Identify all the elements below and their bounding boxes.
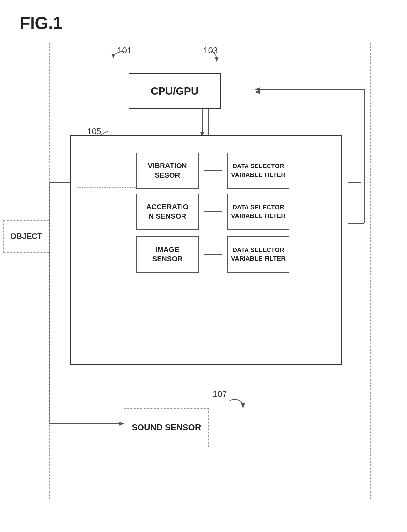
figure-label: FIG.1 (20, 13, 62, 33)
image-filter-label: DATA SELECTORVARIABLE FILTER (231, 246, 286, 263)
image-row: IMAGESENSOR DATA SELECTORVARIABLE FILTER (136, 236, 289, 273)
image-filter-box: DATA SELECTORVARIABLE FILTER (227, 236, 289, 273)
acceration-arrow (204, 211, 222, 212)
acceration-dashed-sub (77, 187, 136, 228)
image-dashed-sub (77, 230, 136, 271)
vibration-filter-box: DATA SELECTORVARIABLE FILTER (227, 153, 289, 189)
vibration-row: VIBRATIONSESOR DATA SELECTORVARIABLE FIL… (136, 153, 289, 189)
acceration-sensor-box: ACCERATION SENSOR (136, 194, 199, 230)
cpu-gpu-label: CPU/GPU (151, 85, 199, 97)
image-sensor-label: IMAGESENSOR (152, 245, 183, 264)
image-arrow (204, 254, 222, 255)
object-box: OBJECT (3, 220, 49, 253)
acceration-filter-label: DATA SELECTORVARIABLE FILTER (231, 203, 286, 220)
vibration-sensor-box: VIBRATIONSESOR (136, 153, 199, 189)
page: FIG.1 (0, 0, 407, 532)
sound-sensor-box: SOUND SENSOR (124, 408, 209, 447)
object-label: OBJECT (10, 232, 42, 241)
acceration-sensor-label: ACCERATION SENSOR (146, 202, 188, 221)
acceration-filter-box: DATA SELECTORVARIABLE FILTER (227, 194, 289, 230)
inner-container: VIBRATIONSESOR DATA SELECTORVARIABLE FIL… (70, 135, 342, 365)
vibration-filter-label: DATA SELECTORVARIABLE FILTER (231, 162, 286, 179)
sound-sensor-label: SOUND SENSOR (132, 422, 201, 433)
vibration-sensor-label: VIBRATIONSESOR (148, 161, 187, 180)
acceration-row: ACCERATION SENSOR DATA SELECTORVARIABLE … (136, 194, 289, 230)
vibration-dashed-sub (77, 146, 136, 187)
image-sensor-box: IMAGESENSOR (136, 236, 199, 273)
outer-container: CPU/GPU VIBRATIONSESOR DATA SELECTORVARI… (49, 43, 371, 499)
cpu-gpu-box: CPU/GPU (129, 73, 221, 109)
vibration-arrow (204, 170, 222, 171)
